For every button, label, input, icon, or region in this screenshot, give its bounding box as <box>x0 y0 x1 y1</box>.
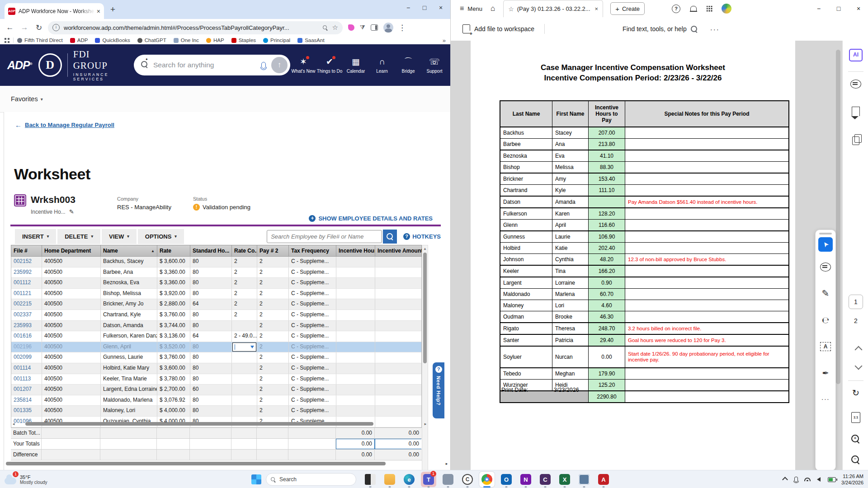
cell-incentive-hours[interactable] <box>336 321 375 331</box>
bookmark-star-icon[interactable]: ☆ <box>332 23 338 32</box>
cell-rate[interactable]: $ 3,600.00 <box>157 363 190 374</box>
cell-incentive-amount[interactable] <box>375 267 422 278</box>
cell-standard-hours[interactable]: 80 <box>190 321 232 331</box>
cell-file-number[interactable]: 001113 <box>11 374 42 385</box>
cell-home-department[interactable]: 400500 <box>42 363 101 374</box>
cell-standard-hours[interactable]: 80 <box>190 395 232 406</box>
grid-vertical-scrollbar[interactable]: ▲ <box>422 245 428 488</box>
taskbar-app-icon[interactable]: e <box>401 472 417 487</box>
previous-page-icon[interactable] <box>855 346 863 354</box>
insert-button[interactable]: INSERT▾ <box>15 229 56 244</box>
notifications-bell-icon[interactable] <box>690 6 697 11</box>
cell-home-department[interactable]: 400500 <box>42 310 101 320</box>
more-tools-icon[interactable]: ··· <box>821 395 830 403</box>
cell-name[interactable]: Beznoska, Eva <box>101 278 157 288</box>
col-header-name[interactable]: Name▲ <box>101 245 157 256</box>
cell-incentive-amount[interactable] <box>375 299 422 310</box>
cell-name[interactable]: Maloney, Lori <box>101 406 157 416</box>
col-header-file[interactable]: File # <box>11 245 42 256</box>
cell-tax-frequency[interactable]: C - Suppleme... <box>289 289 336 299</box>
find-button[interactable]: Find text, tools, or help <box>623 25 698 33</box>
cell-home-department[interactable]: 400500 <box>42 395 101 406</box>
cell-home-department[interactable]: 400500 <box>42 278 101 288</box>
pages-panel-icon[interactable] <box>852 136 859 145</box>
volume-icon[interactable] <box>817 477 821 482</box>
cell-pay2[interactable]: 2 <box>257 395 289 406</box>
cell-rate[interactable]: $ 3,760.00 <box>157 352 190 363</box>
cell-rate[interactable]: $ 4,000.00 <box>157 406 190 416</box>
cell-standard-hours[interactable]: 80 <box>190 278 232 288</box>
cell-standard-hours[interactable]: 80 <box>190 289 232 299</box>
document-tab[interactable]: ☆ (Pay 3) 01.23.26 - 03.22.2... × <box>503 0 603 17</box>
cell-incentive-amount[interactable] <box>375 257 422 267</box>
adp-nav-item[interactable]: ▦ Calendar <box>343 56 369 74</box>
acrobat-minimize-button[interactable]: − <box>809 0 829 17</box>
bookmark-item[interactable]: QuickBooks <box>95 38 130 43</box>
cell-pay2[interactable]: 2 <box>257 363 289 374</box>
tray-chevron-icon[interactable] <box>782 477 788 483</box>
col-header-rate-code[interactable]: Rate Co... <box>232 245 257 256</box>
home-icon[interactable]: ⌂ <box>491 4 495 13</box>
options-button[interactable]: OPTIONS▾ <box>138 229 184 244</box>
cell-incentive-amount[interactable] <box>375 321 422 331</box>
cell-tax-frequency[interactable]: C - Suppleme... <box>289 395 336 406</box>
cell-file-number[interactable]: 002152 <box>11 257 42 267</box>
col-header-rate[interactable]: Rate <box>157 245 190 256</box>
dropdown-chevron-icon[interactable] <box>250 346 254 348</box>
grid-row[interactable]: 001114 400500 Holbird, Katie Mary $ 3,60… <box>11 363 421 374</box>
scroll-thumb[interactable] <box>25 422 373 426</box>
cell-standard-hours[interactable]: 80 <box>190 267 232 278</box>
col-header-dept[interactable]: Home Department <box>42 245 101 256</box>
highlight-pencil-tool-icon[interactable]: ✎ <box>822 288 830 299</box>
bookmark-item[interactable]: One Inc <box>174 38 199 43</box>
cell-home-department[interactable]: 400500 <box>42 267 101 278</box>
cell-tax-frequency[interactable]: C - Suppleme... <box>289 374 336 385</box>
address-bar[interactable]: i workforcenow.adp.com/theme/admin.html#… <box>48 21 343 34</box>
url-text[interactable]: workforcenow.adp.com/theme/admin.html#/P… <box>64 24 318 31</box>
cell-file-number[interactable]: 001114 <box>11 363 42 374</box>
cell-home-department[interactable]: 400500 <box>42 257 101 267</box>
cell-tax-frequency[interactable]: C - Suppleme... <box>289 310 336 320</box>
cell-pay2[interactable]: 2 <box>257 385 289 395</box>
taskbar-app-icon[interactable]: T 1 <box>421 472 436 487</box>
taskbar-app-icon[interactable] <box>440 472 456 487</box>
bookmarks-overflow-icon[interactable]: » <box>443 37 446 44</box>
cell-rate-code[interactable]: 2 <box>232 257 257 267</box>
cell-tax-frequency[interactable]: C - Suppleme... <box>289 352 336 363</box>
rate-code-editor[interactable] <box>232 343 256 352</box>
create-button[interactable]: +Create <box>610 2 645 15</box>
scroll-thumb[interactable] <box>6 462 386 465</box>
cell-rate-code[interactable] <box>232 395 257 406</box>
grid-row[interactable]: 235993 400500 Datson, Amanda $ 3,744.00 … <box>11 321 421 332</box>
cell-incentive-hours[interactable] <box>336 257 375 267</box>
page-number-current[interactable]: 1 <box>849 295 863 309</box>
help-icon[interactable]: ? <box>672 5 680 13</box>
col-header-standard-hours[interactable]: Standard Ho... <box>190 245 232 256</box>
cell-tax-frequency[interactable]: C - Suppleme... <box>289 299 336 310</box>
grid-row[interactable]: 001112 400500 Beznoska, Eva $ 3,360.00 8… <box>11 278 421 289</box>
cell-rate[interactable]: $ 3,076.92 <box>157 395 190 406</box>
col-header-incentive-amount[interactable]: Incentive Amount <box>375 245 422 256</box>
bookmark-item[interactable]: Fifth Third Direct <box>17 38 63 43</box>
comment-tool-icon[interactable] <box>820 263 831 272</box>
cell-incentive-hours[interactable] <box>336 342 375 352</box>
cell-standard-hours[interactable]: 64 <box>190 299 232 310</box>
delete-button[interactable]: DELETE▾ <box>57 229 100 244</box>
cell-pay2[interactable]: 2 <box>257 257 289 267</box>
grid-horizontal-scrollbar[interactable]: ◂ ▸ <box>11 421 428 427</box>
cell-name[interactable]: Bishop, Melissa <box>101 289 157 299</box>
totals-incentive-amount[interactable]: 0.00 <box>375 428 421 438</box>
cell-incentive-amount[interactable] <box>375 289 422 299</box>
adp-search-bar[interactable]: ✦ Search for anything ↑ <box>134 55 290 75</box>
cell-rate[interactable]: $ 3,360.00 <box>157 278 190 288</box>
scroll-left-icon[interactable]: ◂ <box>11 422 16 426</box>
draw-lasso-tool-icon[interactable]: ℮ <box>822 315 829 325</box>
cell-name[interactable]: Holbird, Katie Mary <box>101 363 157 374</box>
grid-row[interactable]: 002215 400500 Brickner, Amy Jo $ 2,880.0… <box>11 299 421 310</box>
cell-pay2[interactable]: 2 <box>257 267 289 278</box>
reload-icon[interactable]: ↻ <box>32 23 46 33</box>
page-horizontal-scrollbar[interactable]: ▸ <box>4 461 449 466</box>
cell-standard-hours[interactable]: 80 <box>190 257 232 267</box>
star-icon[interactable]: ☆ <box>508 5 514 13</box>
adp-nav-item[interactable]: ∩ Learn <box>369 56 395 74</box>
